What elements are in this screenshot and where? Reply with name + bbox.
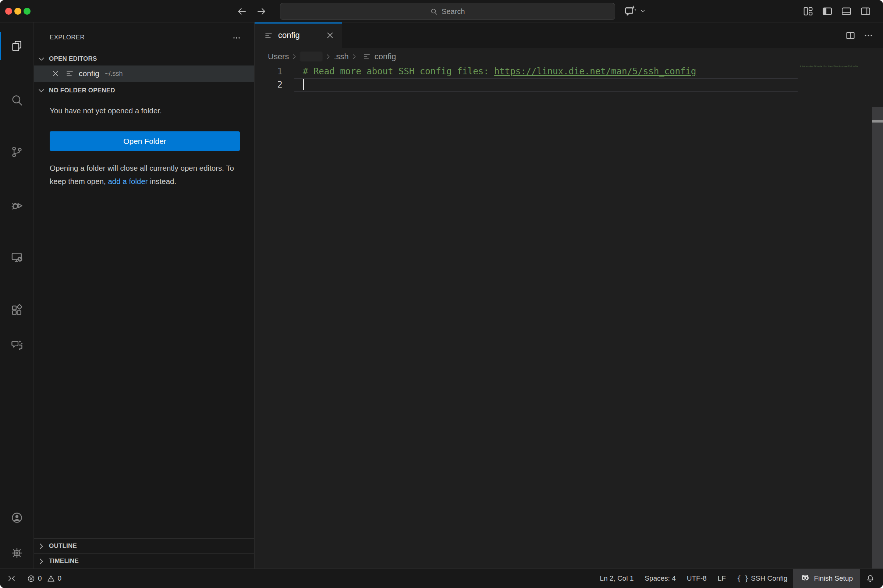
breadcrumb-root[interactable]: Users [268, 52, 289, 62]
open-editor-item-config[interactable]: config ~/.ssh [34, 66, 254, 82]
settings-gear-icon [10, 547, 23, 559]
remote-indicator[interactable] [0, 569, 21, 588]
comment-text: # Read more about SSH config files: [303, 66, 494, 76]
activity-chat[interactable] [0, 328, 34, 362]
tab-label: config [278, 30, 300, 40]
navigate-back-icon[interactable] [236, 6, 247, 17]
text-cursor [303, 79, 304, 90]
warning-triangle-icon [47, 574, 55, 583]
outline-label: OUTLINE [49, 542, 77, 550]
code-area[interactable]: 1 # Read more about SSH config files: ht… [255, 65, 883, 568]
tab-strip: config [255, 22, 883, 48]
timeline-label: TIMELINE [49, 558, 79, 565]
open-editors-header[interactable]: OPEN EDITORS [34, 52, 254, 66]
comment-url-link[interactable]: https://linux.die.net/man/5/ssh_config [494, 66, 696, 76]
activity-extensions[interactable] [0, 293, 34, 327]
toggle-secondary-sidebar-icon[interactable] [860, 6, 871, 16]
minimize-window-button[interactable] [14, 8, 21, 15]
remote-indicator-icon [7, 574, 16, 583]
editor-actions [846, 22, 873, 48]
language-label: SSH Config [751, 574, 787, 582]
run-debug-bug-icon [10, 199, 23, 211]
search-magnifier-icon [10, 94, 23, 107]
copilot-menu[interactable] [623, 4, 646, 18]
problems-indicator[interactable]: 0 0 [21, 569, 67, 588]
breadcrumb-redacted-user[interactable] [300, 51, 323, 62]
remote-explorer-icon [10, 251, 23, 264]
open-editor-filename: config [79, 69, 99, 78]
error-count: 0 [38, 574, 42, 582]
open-editors-label: OPEN EDITORS [49, 55, 97, 63]
error-circle-icon [27, 574, 35, 583]
overview-ruler-cursor-mark [872, 120, 883, 123]
activity-source-control[interactable] [0, 135, 34, 169]
command-center-search[interactable]: Search [280, 3, 615, 20]
no-folder-header[interactable]: NO FOLDER OPENED [34, 84, 254, 97]
status-bar: 0 0 Ln 2, Col 1 Spaces: 4 UTF-8 LF { } S… [0, 568, 883, 588]
activity-explorer[interactable] [0, 29, 34, 63]
add-folder-link[interactable]: add a folder [108, 177, 147, 186]
breadcrumb: Users .ssh config [255, 48, 883, 65]
vscode-window: Search [0, 0, 883, 588]
minimap[interactable]: # Read more about SSH config files: http… [800, 66, 863, 70]
breadcrumb-folder[interactable]: .ssh [334, 52, 348, 62]
toggle-panel-icon[interactable] [841, 6, 852, 16]
tab-config[interactable]: config [255, 22, 342, 48]
chevron-down-icon [37, 86, 46, 95]
accounts-icon [10, 512, 23, 524]
line-number[interactable]: 2 [255, 78, 283, 91]
note-text-after: instead. [148, 177, 177, 186]
bell-icon [866, 574, 875, 583]
accounts-button[interactable] [0, 501, 34, 535]
toggle-primary-sidebar-icon[interactable] [822, 6, 833, 16]
open-folder-button[interactable]: Open Folder [49, 131, 240, 151]
github-octocat-icon [800, 574, 810, 584]
close-window-button[interactable] [5, 8, 12, 15]
activity-remote-explorer[interactable] [0, 240, 34, 274]
customize-layout-icon[interactable] [803, 6, 814, 16]
settings-button[interactable] [0, 536, 34, 570]
chat-sparkle-icon [10, 339, 23, 351]
chevron-down-icon [639, 8, 646, 14]
chevron-right-icon [37, 557, 46, 566]
navigate-forward-icon[interactable] [256, 6, 267, 17]
chevron-down-icon [37, 54, 46, 64]
eol-setting[interactable]: LF [712, 569, 732, 588]
search-icon [430, 8, 438, 15]
activity-search[interactable] [0, 84, 34, 117]
scrollbar-track[interactable] [872, 107, 883, 568]
more-actions-icon[interactable] [232, 33, 241, 42]
chevron-right-icon [37, 542, 46, 551]
indentation-setting[interactable]: Spaces: 4 [639, 569, 681, 588]
language-mode[interactable]: { } SSH Config [732, 569, 793, 588]
chevron-right-icon [290, 52, 298, 61]
line-number[interactable]: 1 [255, 65, 283, 78]
close-editor-icon[interactable] [51, 69, 60, 78]
breadcrumb-file[interactable]: config [375, 52, 396, 62]
code-line-1: # Read more about SSH config files: http… [303, 65, 696, 78]
activity-run-debug[interactable] [0, 188, 34, 222]
encoding-setting[interactable]: UTF-8 [681, 569, 712, 588]
close-tab-icon[interactable] [325, 31, 334, 40]
explorer-files-icon [10, 40, 23, 52]
no-folder-label: NO FOLDER OPENED [49, 87, 115, 94]
notifications-button[interactable] [860, 569, 883, 588]
file-lines-icon [363, 52, 371, 61]
finish-setup-button[interactable]: Finish Setup [793, 569, 860, 588]
minimap-line-render: # Read more about SSH config files: http… [800, 66, 821, 67]
no-folder-message: You have not yet opened a folder. [49, 106, 237, 115]
no-folder-note: Opening a folder will close all currentl… [49, 162, 235, 188]
extensions-icon [10, 304, 23, 316]
more-actions-icon[interactable] [864, 30, 873, 40]
title-bar: Search [0, 0, 883, 22]
cursor-position[interactable]: Ln 2, Col 1 [594, 569, 639, 588]
sidebar-title: EXPLORER [49, 32, 85, 43]
editor-group: config Users .ssh [255, 22, 883, 568]
activity-bar [0, 22, 34, 568]
copilot-chat-icon [623, 4, 637, 18]
split-editor-icon[interactable] [846, 30, 855, 40]
maximize-window-button[interactable] [24, 8, 30, 15]
finish-setup-label: Finish Setup [814, 574, 853, 582]
outline-header[interactable]: OUTLINE [34, 538, 254, 554]
timeline-header[interactable]: TIMELINE [34, 554, 254, 568]
